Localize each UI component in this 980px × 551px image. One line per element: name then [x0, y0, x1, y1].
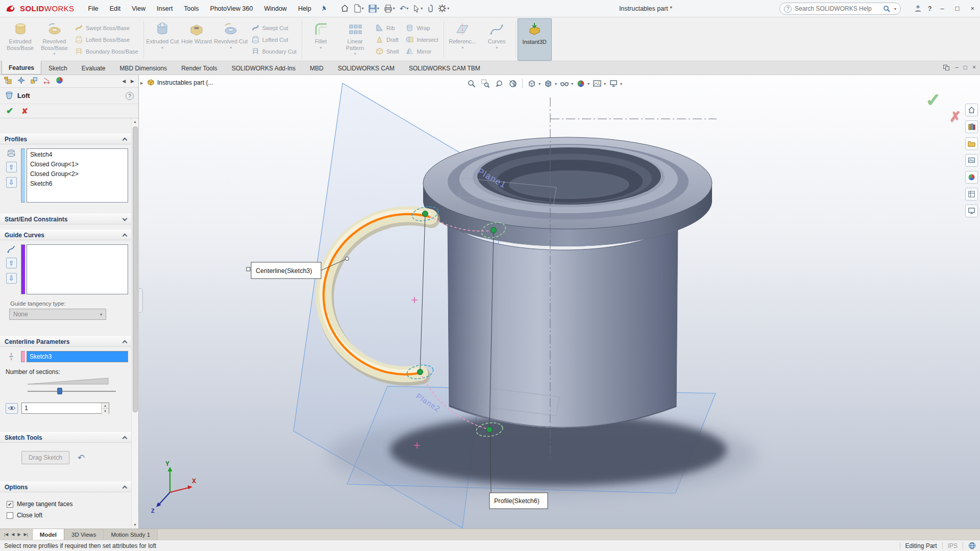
pane-scroll-right-icon[interactable]: ▶: [131, 79, 134, 84]
home-tab-icon[interactable]: [965, 104, 978, 116]
profile-item[interactable]: Sketch4: [27, 150, 128, 160]
appearances-scenes-icon[interactable]: [965, 171, 978, 184]
options-gear-button[interactable]: ▾: [436, 3, 451, 14]
menu-photoview360[interactable]: PhotoView 360: [205, 0, 259, 17]
pm-cancel-button[interactable]: ✘: [21, 107, 28, 116]
spin-down-icon[interactable]: ▼: [102, 409, 109, 414]
view-settings-icon[interactable]: [607, 78, 620, 90]
merge-tangent-faces-checkbox[interactable]: ✔: [7, 501, 13, 508]
model-tab[interactable]: Model: [33, 529, 64, 540]
profiles-section-header[interactable]: Profiles: [0, 134, 131, 144]
tab-render-tools[interactable]: Render Tools: [174, 61, 225, 74]
displaymanager-tab[interactable]: [56, 77, 63, 86]
globe-status-icon[interactable]: [968, 542, 976, 549]
menu-insert[interactable]: Insert: [151, 0, 178, 17]
close-loft-checkbox[interactable]: [7, 512, 13, 519]
centerline-selection-field[interactable]: Sketch3: [27, 351, 128, 362]
profile-item[interactable]: Closed Group<2>: [27, 169, 128, 179]
previous-tab-icon[interactable]: ◀: [10, 532, 15, 537]
reference-geometry-button[interactable]: Referenc... ▾: [446, 18, 480, 61]
help-icon[interactable]: ?: [928, 5, 932, 12]
hole-wizard-button[interactable]: Hole Wizard: [180, 18, 214, 61]
help-search[interactable]: ? ▾: [779, 3, 901, 15]
tab-mbd-dimensions[interactable]: MBD Dimensions: [112, 61, 174, 74]
pane-scroll-left-icon[interactable]: ◀: [122, 79, 126, 84]
tab-solidworks-cam[interactable]: SOLIDWORKS CAM: [331, 61, 402, 74]
lofted-boss-button[interactable]: Lofted Boss/Base: [75, 35, 138, 45]
profile-item[interactable]: Sketch6: [27, 179, 128, 189]
motion-study-tab[interactable]: Motion Study 1: [104, 529, 158, 540]
last-tab-icon[interactable]: ▶|: [23, 532, 29, 537]
pin-menu-icon[interactable]: [321, 5, 328, 12]
spinner-arrows[interactable]: ▲▼: [101, 403, 109, 413]
first-tab-icon[interactable]: |◀: [3, 532, 9, 537]
zoom-fit-icon[interactable]: [465, 78, 478, 90]
slider-thumb[interactable]: [57, 388, 62, 394]
boundary-boss-button[interactable]: Boundary Boss/Base: [75, 46, 138, 57]
move-profile-up-button[interactable]: ⇧: [6, 162, 17, 172]
instant3d-button[interactable]: Instant3D: [518, 18, 552, 61]
menu-view[interactable]: View: [126, 0, 151, 17]
graphics-area[interactable]: Plane1 Plane2 Centerline(Sketch3) Profil…: [139, 75, 980, 529]
hide-show-items-icon[interactable]: [558, 78, 571, 90]
previous-view-icon[interactable]: [493, 78, 505, 90]
file-explorer-icon[interactable]: [965, 137, 978, 150]
design-library-icon[interactable]: [965, 120, 978, 133]
revolved-boss-button[interactable]: Revolved Boss/Base ▾: [37, 18, 71, 61]
flyout-tree-arrow[interactable]: ▸: [140, 80, 143, 86]
move-guide-up-button[interactable]: ⇧: [6, 258, 17, 268]
featuremanager-tree-tab[interactable]: [4, 77, 12, 86]
connector-point[interactable]: [423, 211, 428, 217]
document-minimize-icon[interactable]: –: [955, 64, 959, 71]
menu-help[interactable]: Help: [292, 0, 317, 17]
show-sections-eye-button[interactable]: [6, 403, 18, 414]
swept-cut-button[interactable]: Swept Cut: [252, 23, 297, 33]
curves-button[interactable]: Curves ▾: [480, 18, 514, 61]
3d-views-tab[interactable]: 3D Views: [64, 529, 104, 540]
fillet-button[interactable]: Fillet ▾: [304, 18, 338, 61]
scroll-down-icon[interactable]: ▼: [133, 521, 137, 529]
shell-button[interactable]: Shell: [376, 46, 399, 57]
guide-curves-section-header[interactable]: Guide Curves: [0, 230, 131, 240]
minimize-button[interactable]: –: [938, 5, 946, 12]
menu-edit[interactable]: Edit: [104, 0, 127, 17]
undo-sketch-drag-icon[interactable]: ↶: [78, 453, 85, 463]
drag-sketch-button[interactable]: Drag Sketch: [21, 451, 69, 464]
mug-body[interactable]: [448, 218, 678, 428]
swept-boss-button[interactable]: Swept Boss/Base: [75, 23, 138, 33]
sections-count-spinner[interactable]: 1 ▲▼: [21, 403, 109, 414]
save-button[interactable]: ▾: [367, 4, 381, 14]
search-input[interactable]: [795, 5, 880, 12]
view-palette-icon[interactable]: [965, 154, 978, 167]
display-style-icon[interactable]: [542, 78, 554, 90]
dimxpertmanager-tab[interactable]: [43, 77, 51, 86]
confirm-ok-button[interactable]: ✓: [925, 89, 941, 111]
select-button[interactable]: ▾: [411, 4, 424, 14]
wrap-button[interactable]: Wrap: [406, 23, 438, 33]
search-icon[interactable]: [883, 5, 891, 13]
spin-up-icon[interactable]: ▲: [102, 403, 109, 409]
guide-curves-list[interactable]: [27, 244, 128, 294]
linear-pattern-button[interactable]: Linear Pattern ▾: [338, 18, 372, 61]
tile-windows-icon[interactable]: [943, 65, 950, 70]
propertymanager-tab[interactable]: [17, 77, 25, 86]
guide-tangency-dropdown[interactable]: None ▾: [9, 309, 106, 320]
slider-track[interactable]: [28, 391, 116, 392]
configurationmanager-tab[interactable]: [30, 77, 38, 86]
document-restore-icon[interactable]: □: [964, 64, 967, 71]
apply-scene-icon[interactable]: [591, 78, 603, 90]
user-account-icon[interactable]: [914, 5, 922, 12]
rib-button[interactable]: Rib: [376, 23, 399, 33]
scrollbar-thumb[interactable]: [133, 127, 138, 412]
tab-sketch[interactable]: Sketch: [41, 61, 75, 74]
profile-item[interactable]: Closed Group<1>: [27, 160, 128, 169]
options-section-header[interactable]: Options: [0, 482, 131, 492]
centerline-parameters-header[interactable]: Centerline Parameters: [0, 336, 131, 347]
panel-splitter-handle[interactable]: [139, 288, 143, 313]
connector-point[interactable]: [491, 228, 497, 233]
mirror-button[interactable]: Mirror: [406, 46, 438, 57]
sketch-tools-section-header[interactable]: Sketch Tools: [0, 432, 131, 443]
next-tab-icon[interactable]: ▶: [16, 532, 21, 537]
search-scope-caret[interactable]: ▾: [894, 7, 896, 11]
move-guide-down-button[interactable]: ⇩: [6, 273, 17, 284]
